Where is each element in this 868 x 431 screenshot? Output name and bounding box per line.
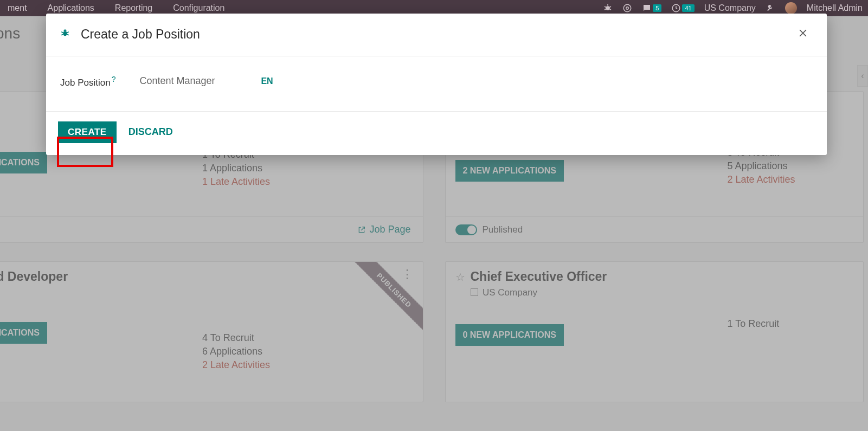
svg-point-9 — [63, 31, 67, 36]
bug-icon[interactable] — [603, 3, 613, 13]
create-button[interactable]: CREATE — [58, 121, 117, 143]
stat-to-recruit: 4 To Recruit — [202, 332, 270, 344]
language-tag[interactable]: EN — [261, 76, 273, 86]
close-icon[interactable] — [793, 24, 813, 44]
stat-to-recruit: 1 To Recruit — [728, 318, 780, 330]
new-applications-button[interactable]: 2 NEW APPLICATIONS — [455, 160, 564, 182]
svg-line-15 — [64, 30, 65, 31]
modal-title: Create a Job Position — [81, 27, 200, 42]
job-page-link[interactable]: Job Page — [357, 224, 410, 235]
svg-line-2 — [605, 7, 606, 8]
job-company: US Company — [483, 287, 537, 298]
discard-button[interactable]: DISCARD — [128, 126, 173, 138]
messages-icon[interactable]: 5 — [642, 3, 661, 13]
new-applications-button[interactable]: APPLICATIONS — [0, 152, 47, 173]
nav-item-recruitment[interactable]: ment — [5, 3, 29, 13]
svg-line-14 — [67, 34, 69, 35]
new-applications-button[interactable]: 0 NEW APPLICATIONS — [455, 324, 564, 346]
user-menu[interactable]: Mitchell Admin — [807, 3, 863, 13]
wrench-icon[interactable] — [766, 3, 775, 13]
svg-line-13 — [61, 34, 63, 35]
kebab-icon[interactable]: ⋮ — [401, 267, 413, 281]
svg-line-12 — [67, 31, 69, 33]
star-icon[interactable]: ☆ — [455, 271, 465, 284]
nav-item-applications[interactable]: Applications — [46, 3, 97, 13]
help-icon[interactable]: ? — [112, 75, 116, 83]
create-job-position-modal: Create a Job Position Job Position? EN C… — [46, 14, 827, 155]
stat-late-activities[interactable]: 2 Late Activities — [728, 174, 795, 185]
company-switcher[interactable]: US Company — [704, 3, 756, 13]
svg-line-4 — [605, 9, 606, 10]
svg-point-6 — [624, 4, 632, 12]
stat-applications: 5 Applications — [728, 160, 795, 172]
activities-badge: 41 — [682, 4, 694, 12]
svg-point-0 — [606, 6, 610, 10]
avatar[interactable] — [785, 2, 797, 14]
svg-point-7 — [626, 7, 629, 10]
nav-item-reporting[interactable]: Reporting — [113, 3, 155, 13]
svg-line-16 — [66, 30, 67, 31]
field-label-text: Job Position — [60, 78, 111, 88]
bug-icon[interactable] — [60, 28, 70, 41]
svg-line-11 — [61, 31, 63, 33]
job-card[interactable]: ☆ Chief Executive Officer US Company 0 N… — [445, 261, 864, 402]
job-position-input[interactable] — [139, 75, 237, 87]
messages-badge: 5 — [653, 4, 661, 12]
svg-line-5 — [609, 9, 611, 10]
company-icon — [471, 288, 478, 296]
job-page-link-text: Job Page — [369, 224, 410, 235]
svg-line-3 — [609, 7, 611, 8]
collapse-chevron-icon[interactable]: ‹ — [857, 65, 868, 87]
published-toggle[interactable] — [455, 224, 477, 235]
activities-icon[interactable]: 41 — [671, 3, 694, 13]
nav-item-configuration[interactable]: Configuration — [171, 3, 227, 13]
stat-applications: 1 Applications — [202, 163, 270, 174]
published-label: Published — [483, 224, 523, 235]
stat-late-activities[interactable]: 2 Late Activities — [202, 359, 270, 371]
stat-late-activities[interactable]: 1 Late Activities — [202, 176, 270, 188]
job-card[interactable]: ⋮ enced Developer Admin pany APPLICATION… — [0, 261, 423, 402]
stat-applications: 6 Applications — [202, 346, 270, 357]
new-applications-button[interactable]: APPLICATIONS — [0, 322, 47, 344]
support-icon[interactable] — [622, 3, 632, 13]
job-position-label: Job Position? — [60, 75, 115, 88]
job-title: Chief Executive Officer — [471, 269, 607, 284]
